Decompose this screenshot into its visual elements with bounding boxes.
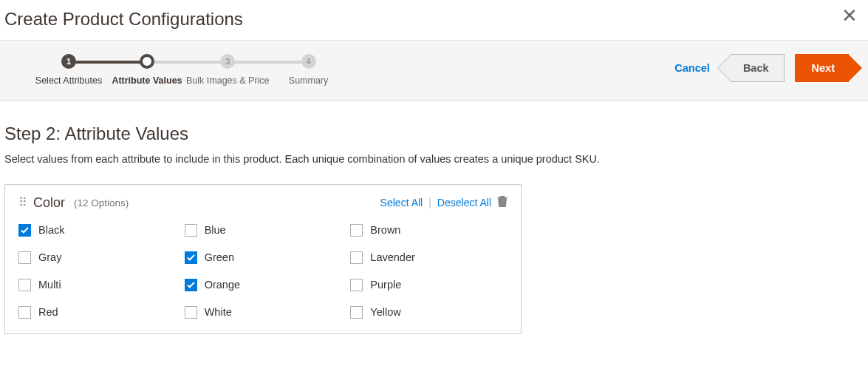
close-icon[interactable]: ✕ [841, 6, 858, 25]
option-label[interactable]: Green [205, 251, 234, 263]
wizard-steps: 1 Select Attributes Attribute Values 3 B… [30, 54, 348, 87]
attribute-actions: Select All | Deselect All [380, 195, 508, 210]
step-label: Bulk Images & Price [186, 75, 270, 87]
checkbox[interactable] [18, 306, 31, 319]
option-item[interactable]: Lavender [350, 251, 508, 264]
option-item[interactable]: Black [18, 224, 176, 237]
attribute-header: ⠿ Color (12 Options) Select All | Desele… [18, 195, 508, 211]
step-description: Select values from each attribute to inc… [4, 153, 864, 165]
step-label: Attribute Values [108, 75, 186, 87]
checkbox[interactable] [18, 279, 31, 291]
back-button-label: Back [743, 62, 769, 74]
option-label[interactable]: Red [38, 306, 58, 318]
modal: Create Product Configurations ✕ 1 Select… [0, 0, 868, 334]
option-item[interactable]: Orange [185, 279, 342, 291]
wizard-actions: Cancel Back Next [674, 54, 853, 82]
select-all-link[interactable]: Select All [380, 197, 423, 209]
checkbox[interactable] [185, 251, 197, 264]
option-label[interactable]: Blue [205, 224, 226, 236]
option-label[interactable]: Black [38, 224, 64, 236]
option-item[interactable]: Yellow [350, 306, 508, 319]
wizard-step-4[interactable]: 4 Summary [270, 54, 348, 87]
checkbox[interactable] [350, 224, 363, 237]
step-heading: Step 2: Attribute Values [4, 123, 864, 144]
option-label[interactable]: Brown [370, 224, 400, 236]
checkbox[interactable] [18, 251, 31, 264]
option-item[interactable]: Multi [18, 279, 176, 291]
attribute-name: Color [33, 195, 65, 211]
modal-header: Create Product Configurations ✕ [0, 0, 868, 40]
deselect-all-link[interactable]: Deselect All [437, 197, 491, 209]
option-label[interactable]: White [205, 306, 232, 318]
wizard-bar: 1 Select Attributes Attribute Values 3 B… [0, 40, 868, 101]
step-circle-pending: 4 [301, 54, 316, 69]
attribute-count: (12 Options) [74, 197, 129, 209]
next-button[interactable]: Next [795, 54, 849, 82]
option-item[interactable]: Red [18, 306, 176, 319]
content: Step 2: Attribute Values Select values f… [0, 101, 868, 334]
drag-handle-icon[interactable]: ⠿ [18, 197, 26, 209]
checkbox[interactable] [185, 279, 197, 291]
modal-title: Create Product Configurations [4, 9, 868, 30]
separator: | [428, 197, 431, 209]
option-label[interactable]: Lavender [370, 251, 414, 263]
wizard-step-2[interactable]: Attribute Values [108, 54, 186, 87]
options-grid: BlackBlueBrownGrayGreenLavenderMultiOran… [18, 224, 508, 319]
back-button[interactable]: Back [731, 54, 785, 82]
option-item[interactable]: Purple [350, 279, 508, 291]
chevron-right-icon [848, 54, 862, 82]
step-circle-done: 1 [61, 54, 76, 69]
checkbox[interactable] [350, 279, 363, 291]
option-item[interactable]: Green [185, 251, 342, 264]
option-item[interactable]: White [185, 306, 342, 319]
step-label: Summary [270, 75, 348, 87]
option-item[interactable]: Gray [18, 251, 176, 264]
option-label[interactable]: Gray [38, 251, 61, 263]
checkbox[interactable] [18, 224, 31, 237]
checkbox[interactable] [185, 306, 197, 319]
step-circle-pending: 3 [220, 54, 235, 69]
step-label: Select Attributes [30, 75, 108, 87]
attribute-panel: ⠿ Color (12 Options) Select All | Desele… [4, 184, 522, 334]
checkbox[interactable] [185, 224, 197, 237]
wizard-step-1[interactable]: 1 Select Attributes [30, 54, 108, 87]
option-label[interactable]: Yellow [370, 306, 400, 318]
option-label[interactable]: Multi [38, 279, 61, 291]
wizard-step-3[interactable]: 3 Bulk Images & Price [186, 54, 270, 87]
option-item[interactable]: Brown [350, 224, 508, 237]
step-circle-active [140, 54, 154, 69]
step-connector [145, 61, 223, 64]
option-label[interactable]: Orange [205, 279, 240, 291]
step-connector [66, 61, 145, 64]
chevron-left-icon [717, 54, 731, 82]
checkbox[interactable] [350, 251, 363, 264]
option-label[interactable]: Purple [370, 279, 401, 291]
cancel-link[interactable]: Cancel [674, 62, 710, 74]
checkbox[interactable] [350, 306, 363, 319]
option-item[interactable]: Blue [185, 224, 342, 237]
next-button-label: Next [812, 62, 835, 74]
trash-icon[interactable] [497, 195, 508, 210]
